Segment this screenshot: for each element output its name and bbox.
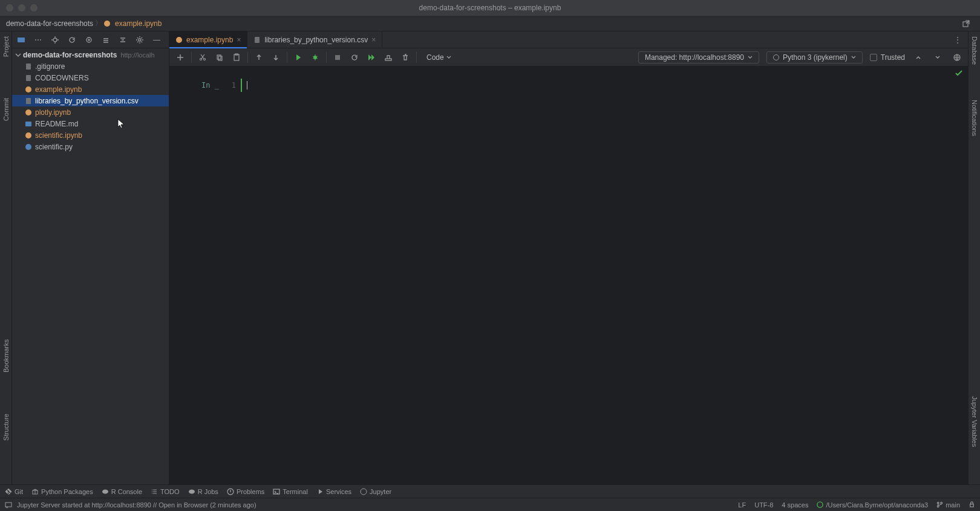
tab-label: example.ipynb <box>186 36 233 44</box>
services-tool[interactable]: Services <box>316 488 351 495</box>
left-tool-strip: Project Commit Bookmarks Structure <box>0 31 12 484</box>
run-all-icon[interactable] <box>365 51 377 63</box>
problems-tool[interactable]: Problems <box>227 488 264 495</box>
file-tree-item[interactable]: CODEOWNERS <box>12 72 169 83</box>
kernel-status-icon <box>773 54 779 60</box>
editor-tabs: example.ipynb×libraries_by_python_versio… <box>169 31 968 48</box>
expand-down-icon[interactable] <box>932 51 944 63</box>
editor-tab[interactable]: example.ipynb× <box>169 31 247 48</box>
stop-icon[interactable] <box>332 51 344 63</box>
notebook-content[interactable]: In _ 1 <box>169 67 968 484</box>
more-icon[interactable]: ⋯ <box>33 34 44 45</box>
copy-icon[interactable] <box>214 51 226 63</box>
jupyter-tool[interactable]: Jupyter <box>360 488 391 495</box>
git-branch[interactable]: main <box>936 501 960 509</box>
trusted-toggle[interactable]: Trusted <box>870 53 905 62</box>
tab-icon <box>253 36 261 44</box>
browser-icon[interactable] <box>951 51 963 63</box>
interpreter[interactable]: /Users/Ciara.Byrne/opt/anaconda3 <box>817 501 928 509</box>
tab-icon <box>175 36 183 44</box>
commit-tool[interactable]: Commit <box>2 96 10 123</box>
debug-cell-icon[interactable] <box>309 51 321 63</box>
trusted-checkbox[interactable] <box>870 54 877 61</box>
svg-rect-8 <box>26 75 31 81</box>
svg-rect-25 <box>385 59 391 60</box>
cell-input[interactable] <box>241 79 961 92</box>
code-cell[interactable]: In _ 1 <box>177 79 961 92</box>
project-dropdown[interactable] <box>16 34 27 45</box>
add-cell-icon[interactable] <box>174 51 186 63</box>
close-window[interactable] <box>6 4 13 11</box>
lock-icon[interactable] <box>969 501 975 508</box>
editor-tab[interactable]: libraries_by_python_version.csv× <box>247 31 382 48</box>
open-external-icon[interactable] <box>961 18 972 29</box>
r-console-tool[interactable]: R Console <box>102 488 142 495</box>
file-tree-item[interactable]: plotly.ipynb <box>12 106 169 118</box>
run-cell-icon[interactable] <box>292 51 304 63</box>
file-tree-item[interactable]: scientific.ipynb <box>12 129 169 141</box>
python-packages-tool[interactable]: Python Packages <box>31 488 93 495</box>
status-message-icon[interactable] <box>5 501 12 509</box>
cut-icon[interactable] <box>197 51 209 63</box>
expand-all-icon[interactable] <box>100 34 111 45</box>
settings-icon[interactable] <box>134 34 145 45</box>
file-tree-item[interactable]: .gitignore <box>12 60 169 72</box>
minimize-window[interactable] <box>18 4 25 11</box>
bottom-tool-panel: Git Python Packages R Console TODO R Job… <box>0 484 980 498</box>
clear-output-icon[interactable] <box>399 51 411 63</box>
breadcrumb-file[interactable]: example.ipynb <box>114 19 163 28</box>
right-tool-strip: Database Notifications Jupyter Variables <box>968 31 980 484</box>
statusbar: Jupyter Server started at http://localho… <box>0 498 980 511</box>
variables-icon[interactable] <box>382 51 394 63</box>
tabs-more-icon[interactable]: ⋮ <box>952 34 963 45</box>
status-message[interactable]: Jupyter Server started at http://localho… <box>17 501 256 509</box>
hide-icon[interactable]: — <box>151 34 162 45</box>
collapse-all-icon[interactable] <box>117 34 128 45</box>
restart-icon[interactable] <box>348 51 361 63</box>
file-label: plotly.ipynb <box>35 108 71 117</box>
svg-point-28 <box>102 489 108 493</box>
svg-rect-20 <box>218 56 222 60</box>
git-tool[interactable]: Git <box>5 488 23 495</box>
file-tree-item[interactable]: README.md <box>12 118 169 129</box>
line-ending[interactable]: LF <box>738 501 746 509</box>
tab-close-icon[interactable]: × <box>237 36 241 44</box>
jupyter-variables-tool[interactable]: Jupyter Variables <box>971 394 978 449</box>
file-icon <box>24 143 33 151</box>
target-icon[interactable] <box>83 34 94 45</box>
file-tree-item[interactable]: libraries_by_python_version.csv <box>12 95 169 106</box>
file-icon <box>24 85 33 94</box>
tree-root-label: demo-data-for-screenshots <box>23 51 117 59</box>
structure-tool[interactable]: Structure <box>2 411 10 443</box>
file-tree-item[interactable]: scientific.py <box>12 141 169 152</box>
kernel-dropdown[interactable]: Python 3 (ipykernel) <box>766 51 863 63</box>
tree-root[interactable]: demo-data-for-screenshots http://localh <box>12 50 169 60</box>
collapse-up-icon[interactable] <box>912 51 924 63</box>
file-tree-item[interactable]: example.ipynb <box>12 83 169 95</box>
managed-server-dropdown[interactable]: Managed: http://localhost:8890 <box>638 51 759 63</box>
notifications-tool[interactable]: Notifications <box>971 97 978 138</box>
tab-close-icon[interactable]: × <box>371 36 376 44</box>
todo-tool[interactable]: TODO <box>151 488 180 495</box>
encoding[interactable]: UTF-8 <box>754 501 773 509</box>
terminal-tool[interactable]: Terminal <box>273 488 308 495</box>
move-down-icon[interactable] <box>270 51 282 63</box>
paste-icon[interactable] <box>230 51 243 63</box>
editor-area: example.ipynb×libraries_by_python_versio… <box>169 31 968 484</box>
select-open-file-icon[interactable] <box>50 34 60 45</box>
svg-point-23 <box>313 56 317 59</box>
r-jobs-tool[interactable]: R Jobs <box>188 488 218 495</box>
maximize-window[interactable] <box>30 4 38 11</box>
file-tree[interactable]: demo-data-for-screenshots http://localh … <box>12 48 169 484</box>
move-up-icon[interactable] <box>253 51 265 63</box>
cell-type-dropdown[interactable]: Code <box>422 52 456 63</box>
breadcrumb-project[interactable]: demo-data-for-screenshots <box>5 19 94 28</box>
titlebar: demo-data-for-screenshots – example.ipyn… <box>0 0 980 16</box>
svg-point-34 <box>817 502 823 507</box>
indent[interactable]: 4 spaces <box>782 501 808 509</box>
database-tool[interactable]: Database <box>971 34 978 67</box>
refresh-icon[interactable] <box>67 34 77 45</box>
project-tool[interactable]: Project <box>2 34 10 59</box>
bookmarks-tool[interactable]: Bookmarks <box>2 337 10 375</box>
svg-point-0 <box>104 21 110 27</box>
